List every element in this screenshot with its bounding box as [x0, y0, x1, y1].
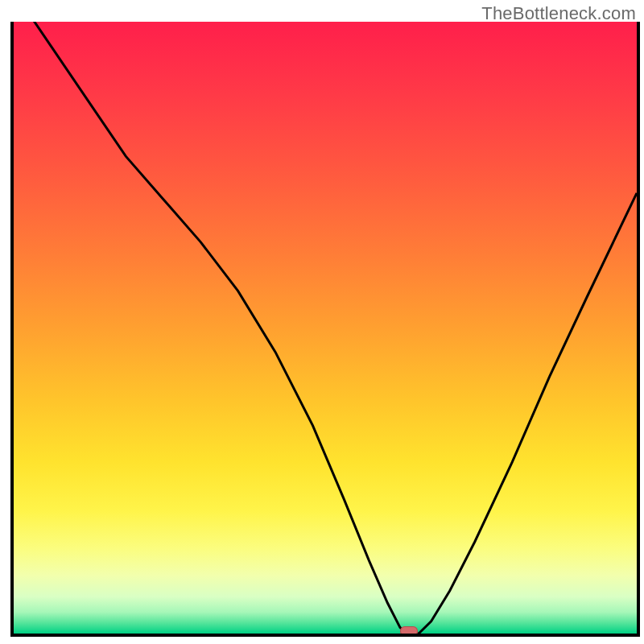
chart-frame: TheBottleneck.com: [0, 0, 644, 644]
plot-border: [10, 22, 640, 637]
